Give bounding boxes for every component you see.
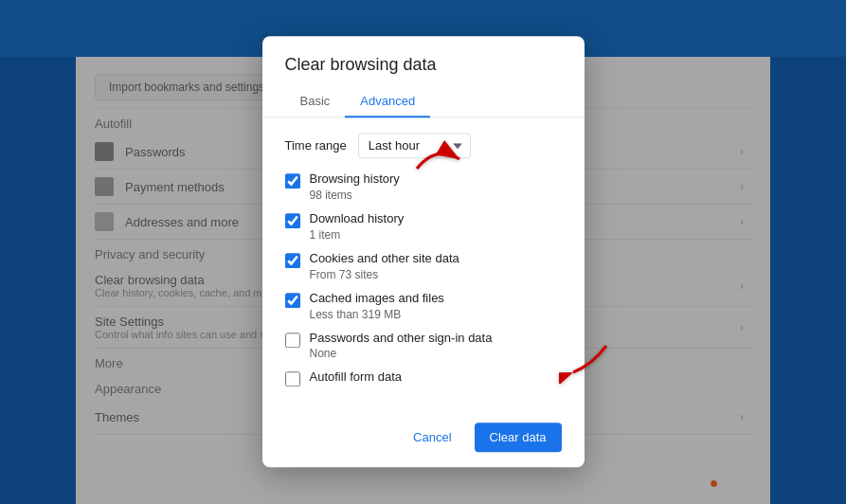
cached-sub: Less than 319 MB <box>310 308 562 321</box>
checkbox-download-history-text: Download history 1 item <box>310 211 562 242</box>
checkbox-download-history: Download history 1 item <box>285 211 562 242</box>
checkbox-cookies: Cookies and other site data From 73 site… <box>285 251 562 281</box>
checkbox-browsing-history-input[interactable] <box>285 173 300 189</box>
clear-browsing-dialog: Clear browsing data Basic Advanced Time … <box>262 36 585 467</box>
arrow-to-advanced <box>407 140 474 182</box>
checkbox-download-history-input[interactable] <box>285 213 300 228</box>
download-history-label: Download history <box>310 211 562 227</box>
checkbox-cached: Cached images and files Less than 319 MB <box>285 291 562 321</box>
tab-basic[interactable]: Basic <box>285 86 346 117</box>
dialog-tabs: Basic Advanced <box>262 86 585 117</box>
passwords-signin-label: Passwords and other sign-in data <box>310 331 562 347</box>
cancel-button[interactable]: Cancel <box>398 423 466 453</box>
checkbox-cached-text: Cached images and files Less than 319 MB <box>310 291 562 321</box>
tab-advanced[interactable]: Advanced <box>345 86 430 117</box>
checkbox-autofill-text: Autofill form data <box>310 370 562 387</box>
cookies-label: Cookies and other site data <box>310 251 562 267</box>
checkbox-autofill: Autofill form data <box>285 370 562 387</box>
cached-label: Cached images and files <box>310 291 562 307</box>
autofill-label: Autofill form data <box>310 370 562 387</box>
clear-data-button[interactable]: Clear data <box>475 423 562 453</box>
cookies-sub: From 73 sites <box>310 268 562 281</box>
checkbox-cached-input[interactable] <box>285 293 300 308</box>
time-range-label: Time range <box>285 138 347 153</box>
checkbox-autofill-input[interactable] <box>285 372 300 387</box>
passwords-signin-sub: None <box>310 348 562 361</box>
checkbox-cookies-input[interactable] <box>285 253 300 268</box>
dialog-title: Clear browsing data <box>262 36 585 86</box>
arrow-to-clear-data <box>559 336 616 387</box>
checkbox-passwords-text: Passwords and other sign-in data None <box>310 331 562 361</box>
checkbox-passwords: Passwords and other sign-in data None <box>285 331 562 361</box>
checkbox-passwords-input[interactable] <box>285 333 300 348</box>
dialog-footer: Cancel Clear data <box>262 412 585 468</box>
checkbox-cookies-text: Cookies and other site data From 73 site… <box>310 251 562 281</box>
browsing-history-sub: 98 items <box>310 189 562 202</box>
download-history-sub: 1 item <box>310 228 562 242</box>
